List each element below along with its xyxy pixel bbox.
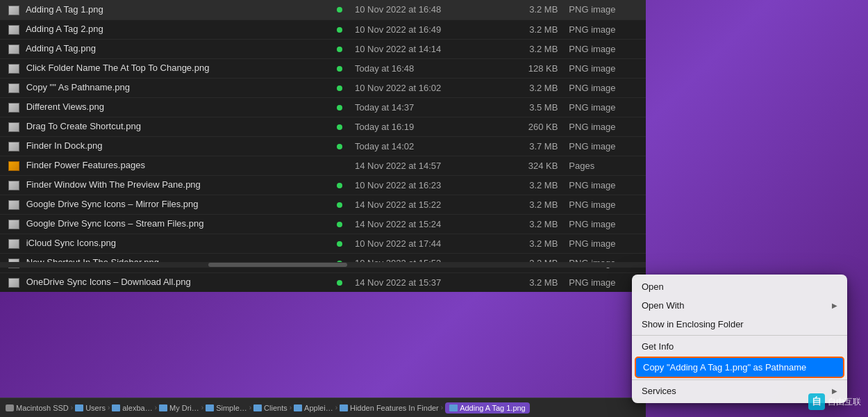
sync-dot — [337, 27, 342, 33]
path-item[interactable]: Simple… — [206, 404, 247, 412]
file-size: 3.2 MB — [497, 19, 563, 39]
menu-item-open_with[interactable]: Open With▶ — [632, 296, 847, 315]
file-name-cell: Drag To Create Shortcut.png — [0, 117, 329, 136]
table-row[interactable]: Different Views.png Today at 14:37 3.5 M… — [0, 97, 646, 117]
path-separator: › — [290, 404, 292, 411]
table-row[interactable]: Drag To Create Shortcut.png Today at 16:… — [0, 117, 646, 136]
file-name-cell: OneDrive Sync Icons – Download All.png — [0, 272, 329, 292]
path-item[interactable]: My Dri… — [159, 404, 199, 412]
file-size: 3.2 MB — [497, 78, 563, 97]
sync-dot — [337, 47, 342, 52]
path-label: alexba… — [122, 404, 152, 412]
sync-status-cell — [329, 156, 349, 175]
path-label: Clients — [264, 404, 287, 412]
path-item[interactable]: Clients — [253, 404, 287, 412]
scrollbar-thumb[interactable] — [208, 263, 347, 267]
table-row[interactable]: Adding A Tag 1.png 10 Nov 2022 at 16:48 … — [0, 0, 646, 19]
file-icon — [8, 220, 19, 229]
table-row[interactable]: Adding A Tag 2.png 10 Nov 2022 at 16:49 … — [0, 19, 646, 39]
file-size: 3.2 MB — [497, 0, 563, 19]
file-kind: PNG image — [563, 19, 646, 39]
menu-item-get_info[interactable]: Get Info — [632, 337, 847, 356]
file-kind: PNG image — [563, 136, 646, 156]
sync-status-cell — [329, 78, 349, 97]
path-item[interactable]: alexba… — [112, 404, 152, 412]
sync-dot — [337, 202, 342, 208]
hdd-icon — [6, 404, 14, 411]
sync-dot — [337, 7, 342, 13]
file-icon — [8, 278, 19, 288]
file-size: 3.2 MB — [497, 195, 563, 214]
folder-icon — [340, 404, 348, 411]
file-name-cell: Different Views.png — [0, 97, 329, 117]
sync-dot — [337, 241, 342, 247]
table-row[interactable]: Finder Window With The Preview Pane.png … — [0, 175, 646, 195]
file-kind: PNG image — [563, 175, 646, 195]
file-date: Today at 16:19 — [349, 117, 498, 136]
folder-icon — [449, 404, 458, 411]
table-row[interactable]: Copy "" As Pathname.png 10 Nov 2022 at 1… — [0, 78, 646, 97]
table-row[interactable]: Finder In Dock.png Today at 14:02 3.7 MB… — [0, 136, 646, 156]
file-size: 3.2 MB — [497, 214, 563, 234]
menu-item-label: Open With — [642, 300, 684, 311]
path-item[interactable]: Adding A Tag 1.png — [445, 402, 530, 414]
file-name-cell: Finder Window With The Preview Pane.png — [0, 175, 329, 195]
sync-dot — [337, 144, 342, 149]
menu-item-open[interactable]: Open — [632, 277, 847, 296]
file-date: 10 Nov 2022 at 16:23 — [349, 175, 498, 195]
path-item[interactable]: Hidden Features In Finder — [340, 404, 439, 412]
sync-status-cell — [329, 214, 349, 234]
file-icon — [8, 83, 19, 93]
file-date: 10 Nov 2022 at 16:48 — [349, 0, 498, 19]
menu-item-copy_pathname[interactable]: Copy "Adding A Tag 1.png" as Pathname — [635, 357, 844, 378]
file-size: 324 KB — [497, 156, 563, 175]
table-row[interactable]: Click Folder Name The At Top To Change.p… — [0, 58, 646, 78]
file-kind: PNG image — [563, 234, 646, 253]
path-separator: › — [201, 404, 203, 411]
file-icon — [8, 6, 19, 15]
file-size: 3.2 MB — [497, 272, 563, 292]
path-item[interactable]: Applei… — [294, 404, 333, 412]
file-date: 10 Nov 2022 at 16:49 — [349, 19, 498, 39]
menu-item-show_enclosing[interactable]: Show in Enclosing Folder — [632, 315, 847, 334]
file-icon — [8, 64, 19, 74]
path-item[interactable]: Macintosh SSD — [6, 404, 69, 412]
table-row[interactable]: OneDrive Sync Icons – Download All.png 1… — [0, 272, 646, 292]
table-row[interactable]: iCloud Sync Icons.png 10 Nov 2022 at 17:… — [0, 234, 646, 253]
folder-icon — [206, 404, 214, 411]
sync-status-cell — [329, 195, 349, 214]
sync-status-cell — [329, 19, 349, 39]
menu-item-label: Get Info — [642, 341, 674, 352]
sync-status-cell — [329, 136, 349, 156]
menu-separator — [632, 379, 847, 380]
file-name: iCloud Sync Icons.png — [26, 238, 116, 248]
file-icon — [8, 103, 19, 113]
file-kind: PNG image — [563, 78, 646, 97]
submenu-arrow-icon: ▶ — [832, 302, 837, 309]
table-row[interactable]: Google Drive Sync Icons – Mirror Files.p… — [0, 195, 646, 214]
path-label: Simple… — [216, 404, 247, 412]
file-name-cell: Adding A Tag 2.png — [0, 19, 329, 39]
file-name-cell: Finder Power Features.pages — [0, 156, 329, 175]
scrollbar-area[interactable] — [0, 262, 646, 268]
table-row[interactable]: Finder Power Features.pages 14 Nov 2022 … — [0, 156, 646, 175]
file-name-cell: Google Drive Sync Icons – Mirror Files.p… — [0, 195, 329, 214]
sync-dot — [337, 183, 342, 188]
file-kind: PNG image — [563, 117, 646, 136]
file-name: Finder In Dock.png — [26, 140, 103, 151]
table-row[interactable]: Adding A Tag.png 10 Nov 2022 at 14:14 3.… — [0, 39, 646, 58]
sync-status-cell — [329, 234, 349, 253]
file-name: Copy "" As Pathname.png — [26, 82, 130, 92]
file-kind: PNG image — [563, 214, 646, 234]
file-date: 10 Nov 2022 at 16:02 — [349, 78, 498, 97]
folder-icon — [159, 404, 167, 411]
sync-dot — [337, 280, 342, 286]
menu-item-label: Copy "Adding A Tag 1.png" as Pathname — [643, 362, 806, 373]
path-label: Users — [85, 404, 106, 412]
table-row[interactable]: Google Drive Sync Icons – Stream Files.p… — [0, 214, 646, 234]
file-name: Finder Window With The Preview Pane.png — [26, 179, 201, 190]
path-bar: Macintosh SSD›Users›alexba…›My Dri…›Simp… — [0, 398, 646, 417]
file-list: Adding A Tag 1.png 10 Nov 2022 at 16:48 … — [0, 0, 646, 292]
path-item[interactable]: Users — [75, 404, 106, 412]
menu-item-label: Show in Enclosing Folder — [642, 319, 744, 329]
